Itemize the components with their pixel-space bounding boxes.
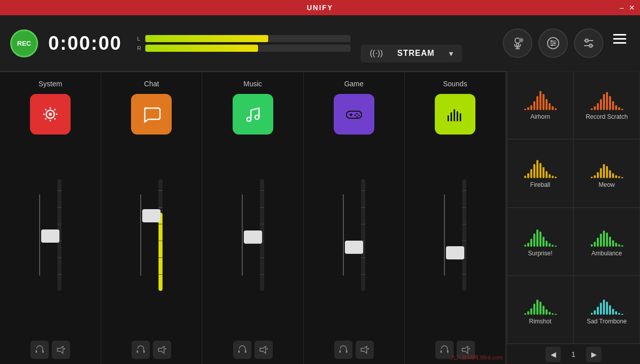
waveform-bar <box>606 233 608 247</box>
waveform-bar <box>618 244 620 247</box>
svg-rect-58 <box>451 112 452 121</box>
pagination-next-btn[interactable]: ▶ <box>586 347 601 362</box>
pagination-prev-btn[interactable]: ◀ <box>546 347 561 362</box>
channel-chat-fader-handle[interactable] <box>142 209 161 222</box>
channel-game-listen-btn[interactable] <box>334 341 353 359</box>
waveform-bar <box>618 176 620 178</box>
svg-point-19 <box>49 113 52 116</box>
rec-button[interactable]: REC <box>10 29 38 57</box>
sound-cell-meow[interactable]: Meow <box>573 139 640 207</box>
channel-system-icon-btn[interactable] <box>30 94 71 135</box>
waveform-bar <box>549 243 551 247</box>
svg-point-13 <box>551 44 553 46</box>
channel-game-icon-btn[interactable] <box>334 94 374 135</box>
sound-cell-surprise![interactable]: Surprise! <box>507 208 573 276</box>
sound-cell-fireball[interactable]: Fireball <box>507 139 573 207</box>
waveform-bar <box>612 309 614 315</box>
waveform-bar <box>621 245 623 247</box>
waveform-bar <box>542 167 545 178</box>
waveform-bar <box>533 164 535 178</box>
svg-point-39 <box>255 115 259 119</box>
channel-sounds-fader-area <box>440 135 470 336</box>
sound-cell-ambulance[interactable]: Ambulance <box>573 208 640 276</box>
waveform-bar <box>530 105 532 110</box>
channel-system-fader-handle[interactable] <box>41 229 59 243</box>
channel-system-mute-btn[interactable] <box>52 341 70 359</box>
svg-rect-61 <box>460 113 461 121</box>
close-button[interactable]: ✕ <box>629 4 635 12</box>
waveform-bar <box>597 172 599 178</box>
channel-sounds-controls <box>435 341 475 359</box>
channel-game-mute-btn[interactable] <box>356 341 374 359</box>
channel-music-listen-btn[interactable] <box>233 341 251 359</box>
svg-point-12 <box>554 42 556 44</box>
waveform-bar <box>539 231 541 247</box>
waveform-bar <box>603 300 605 315</box>
minimize-button[interactable]: – <box>620 4 624 12</box>
stream-selector[interactable]: ((·)) STREAM ▾ <box>361 45 462 62</box>
svg-rect-34 <box>143 350 145 353</box>
svg-rect-57 <box>447 115 449 121</box>
svg-point-38 <box>247 117 251 121</box>
sound-waveform-0 <box>524 90 557 110</box>
main-area: System <box>0 71 640 364</box>
sound-cell-sad-trombone[interactable]: Sad Trombone <box>573 276 640 344</box>
waveform-bar <box>552 176 554 178</box>
mic-settings-button[interactable] <box>503 28 532 58</box>
sound-cell-airhorn[interactable]: Airhorn <box>507 71 573 139</box>
sound-pagination: ◀ 1 ▶ <box>507 344 640 364</box>
channel-game-label: Game <box>344 80 364 88</box>
waveform-bar <box>600 234 602 247</box>
channel-sounds-label: Sounds <box>443 80 467 88</box>
hamburger-line <box>613 38 626 40</box>
channel-game-fader-handle[interactable] <box>345 241 363 254</box>
sound-waveform-3 <box>591 158 623 178</box>
waveform-bar <box>536 96 538 110</box>
channel-sounds-mute-btn[interactable] <box>457 341 475 359</box>
waveform-bar <box>603 164 605 178</box>
channel-sounds-icon-btn[interactable] <box>435 94 475 135</box>
waveform-bar <box>615 175 617 178</box>
channel-music-icon-btn[interactable] <box>233 94 273 135</box>
waveform-bar <box>591 313 593 315</box>
mixer-settings-button[interactable] <box>574 28 603 58</box>
topbar: REC 0:00:00 L R ((·)) STREAM ▾ <box>0 15 640 71</box>
sound-cell-rimshot[interactable]: Rimshot <box>507 276 573 344</box>
waveform-bar <box>609 96 611 110</box>
waveform-bar <box>552 313 554 315</box>
channel-music-mute-btn[interactable] <box>254 341 273 359</box>
channel-sounds-listen-btn[interactable] <box>435 341 454 359</box>
svg-point-49 <box>358 115 360 116</box>
svg-marker-35 <box>158 346 164 353</box>
waveform-bar <box>600 303 602 315</box>
waveform-bar <box>591 177 593 178</box>
waveform-bar <box>530 239 532 247</box>
channel-music-fader-area <box>238 135 268 336</box>
svg-rect-59 <box>454 109 455 121</box>
waveform-bar <box>524 109 526 110</box>
waveform-bar <box>606 92 608 110</box>
sound-cell-record-scratch[interactable]: Record Scratch <box>573 71 640 139</box>
sound-waveform-7 <box>591 294 623 315</box>
channel-sounds: Sounds <box>405 72 506 364</box>
waveform-bar <box>524 245 526 247</box>
channel-chat-icon-btn[interactable] <box>131 94 172 135</box>
waveform-bar <box>542 94 545 110</box>
waveform-bar <box>546 99 548 110</box>
equalizer-button[interactable] <box>538 28 568 58</box>
channel-music-fader-handle[interactable] <box>244 230 262 244</box>
stream-dropdown-arrow: ▾ <box>449 49 453 58</box>
hamburger-line <box>613 34 626 36</box>
channel-chat-mute-btn[interactable] <box>153 341 171 359</box>
level-r-bar-bg <box>145 45 350 52</box>
waveform-bar <box>536 160 538 178</box>
channel-chat-listen-btn[interactable] <box>132 341 150 359</box>
channel-sounds-fader-handle[interactable] <box>446 246 464 259</box>
channel-chat: Chat <box>101 72 202 364</box>
level-l-label: L <box>137 36 142 42</box>
waveform-bar <box>621 177 623 178</box>
waveform-bar <box>606 166 608 178</box>
svg-rect-52 <box>339 350 341 353</box>
hamburger-menu-button[interactable] <box>610 28 630 49</box>
channel-system-listen-btn[interactable] <box>30 341 49 359</box>
